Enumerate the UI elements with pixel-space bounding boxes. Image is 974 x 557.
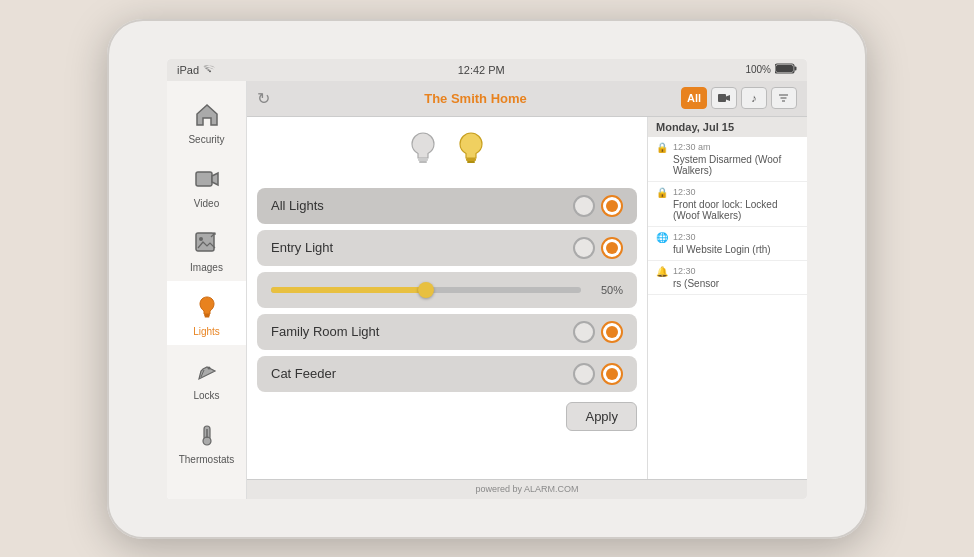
images-icon	[191, 227, 223, 259]
activity-time-0: 12:30 am	[673, 142, 799, 152]
thermostats-icon	[191, 419, 223, 451]
entry-light-off-btn[interactable]	[573, 237, 595, 259]
top-bar-filters: All ♪	[681, 87, 797, 109]
svg-rect-19	[467, 161, 475, 163]
top-bar: ↻ The Smith Home All ♪	[247, 81, 807, 117]
filter-cam-btn[interactable]	[711, 87, 737, 109]
activity-time-1: 12:30	[673, 187, 799, 197]
tablet-device: iPad 12:42 PM 100%	[107, 19, 867, 539]
home-title: The Smith Home	[424, 91, 527, 106]
activity-lock-icon-0: 🔒	[656, 142, 668, 176]
svg-point-5	[199, 237, 203, 241]
activity-date: Monday, Jul 15	[648, 117, 807, 137]
sidebar-item-security[interactable]: Security	[167, 89, 246, 153]
entry-light-row: Entry Light	[257, 230, 637, 266]
refresh-icon[interactable]: ↻	[257, 89, 270, 108]
all-lights-row: All Lights	[257, 188, 637, 224]
dimmer-thumb[interactable]	[418, 282, 434, 298]
dimmer-fill	[271, 287, 426, 293]
sidebar-item-locks[interactable]: Locks	[167, 345, 246, 409]
all-lights-on-btn[interactable]	[601, 195, 623, 217]
entry-light-toggle	[573, 237, 623, 259]
app-body: Security Video	[167, 81, 807, 499]
battery-icon	[775, 63, 797, 76]
sidebar-item-video[interactable]: Video	[167, 153, 246, 217]
sidebar-item-images[interactable]: Images	[167, 217, 246, 281]
sidebar-item-thermostats[interactable]: Thermostats	[167, 409, 246, 473]
tablet-screen: iPad 12:42 PM 100%	[167, 59, 807, 499]
svg-rect-16	[418, 158, 428, 161]
sidebar-locks-label: Locks	[193, 390, 219, 401]
dimmer-pct: 50%	[591, 284, 623, 296]
filter-filter-btn[interactable]	[771, 87, 797, 109]
svg-rect-7	[204, 316, 209, 318]
svg-rect-4	[196, 233, 214, 251]
family-room-label: Family Room Light	[271, 324, 379, 339]
cat-feeder-on-btn[interactable]	[601, 363, 623, 385]
activity-text-1: Front door lock: Locked (Woof Walkers)	[673, 199, 799, 221]
bulb-row	[257, 127, 637, 182]
apply-button[interactable]: Apply	[566, 402, 637, 431]
status-bar: iPad 12:42 PM 100%	[167, 59, 807, 81]
activity-time-2: 12:30	[673, 232, 771, 242]
activity-item-2: 🌐 12:30 ful Website Login (rth)	[648, 227, 807, 261]
all-lights-off-btn[interactable]	[573, 195, 595, 217]
filter-music-btn[interactable]: ♪	[741, 87, 767, 109]
cat-feeder-toggle	[573, 363, 623, 385]
svg-point-10	[203, 437, 211, 445]
entry-light-label: Entry Light	[271, 240, 333, 255]
activity-panel: Monday, Jul 15 🔒 12:30 am System Disarme…	[647, 117, 807, 479]
family-room-off-btn[interactable]	[573, 321, 595, 343]
activity-sensor-icon-3: 🔔	[656, 266, 668, 289]
cat-feeder-label: Cat Feeder	[271, 366, 336, 381]
bulb-on-icon	[455, 131, 487, 174]
all-lights-label: All Lights	[271, 198, 324, 213]
activity-item-1: 🔒 12:30 Front door lock: Locked (Woof Wa…	[648, 182, 807, 227]
svg-rect-12	[718, 94, 726, 102]
cat-feeder-off-btn[interactable]	[573, 363, 595, 385]
bulb-off-icon	[407, 131, 439, 174]
svg-rect-2	[776, 65, 793, 72]
status-time: 12:42 PM	[458, 64, 505, 76]
video-icon	[191, 163, 223, 195]
activity-globe-icon-2: 🌐	[656, 232, 668, 255]
content-area: All Lights Entry Light	[247, 117, 807, 479]
sidebar-images-label: Images	[190, 262, 223, 273]
status-right: 100%	[745, 63, 797, 76]
lights-panel: All Lights Entry Light	[247, 117, 647, 479]
sidebar-lights-label: Lights	[193, 326, 220, 337]
sidebar-item-lights[interactable]: Lights	[167, 281, 246, 345]
family-room-row: Family Room Light	[257, 314, 637, 350]
activity-lock-icon-1: 🔒	[656, 187, 668, 221]
apply-row: Apply	[257, 402, 637, 431]
status-left: iPad	[177, 64, 217, 76]
svg-rect-1	[794, 67, 796, 71]
svg-rect-3	[196, 172, 212, 186]
activity-text-2: ful Website Login (rth)	[673, 244, 771, 255]
svg-rect-6	[204, 314, 210, 316]
family-room-on-btn[interactable]	[601, 321, 623, 343]
locks-icon	[191, 355, 223, 387]
battery-label: 100%	[745, 64, 771, 75]
entry-light-on-btn[interactable]	[601, 237, 623, 259]
family-room-toggle	[573, 321, 623, 343]
svg-rect-18	[466, 158, 476, 161]
lights-icon	[191, 291, 223, 323]
dimmer-slider-row: 50%	[257, 272, 637, 308]
sidebar-video-label: Video	[194, 198, 219, 209]
activity-text-3: rs (Sensor	[673, 278, 719, 289]
svg-point-8	[207, 366, 210, 369]
activity-time-3: 12:30	[673, 266, 719, 276]
activity-text-0: System Disarmed (Woof Walkers)	[673, 154, 799, 176]
dimmer-track[interactable]	[271, 287, 581, 293]
svg-rect-17	[419, 161, 427, 163]
activity-item-0: 🔒 12:30 am System Disarmed (Woof Walkers…	[648, 137, 807, 182]
ipad-label: iPad	[177, 64, 199, 76]
sidebar: Security Video	[167, 81, 247, 499]
sidebar-security-label: Security	[188, 134, 224, 145]
sidebar-thermostats-label: Thermostats	[179, 454, 235, 465]
filter-all-btn[interactable]: All	[681, 87, 707, 109]
powered-by-text: powered by ALARM.COM	[475, 484, 578, 494]
cat-feeder-row: Cat Feeder	[257, 356, 637, 392]
wifi-icon	[203, 64, 217, 76]
